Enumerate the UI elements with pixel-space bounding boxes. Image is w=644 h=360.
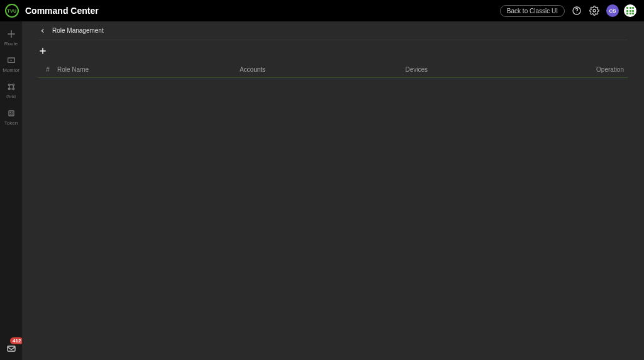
sidebar-item-grid[interactable]: Grid xyxy=(0,78,22,104)
table-header-row: # Role Name Accounts Devices Operation xyxy=(38,62,628,78)
svg-point-6 xyxy=(11,37,12,38)
back-button[interactable] xyxy=(38,26,47,35)
column-header-accounts: Accounts xyxy=(240,66,406,73)
brand-logo-text: TVU xyxy=(8,9,17,13)
svg-point-8 xyxy=(8,84,10,86)
svg-point-9 xyxy=(13,84,14,86)
sidebar-item-label: Monitor xyxy=(3,67,19,73)
inbox-button[interactable]: 412 xyxy=(0,344,22,360)
plus-icon xyxy=(38,47,47,55)
mail-icon xyxy=(6,344,16,354)
svg-point-2 xyxy=(593,9,596,12)
breadcrumb: Role Management xyxy=(38,21,628,40)
token-icon xyxy=(6,108,16,118)
gear-icon[interactable] xyxy=(589,5,600,16)
grid-icon xyxy=(6,82,16,92)
toolbar xyxy=(38,40,628,62)
sidebar-item-label: Token xyxy=(4,120,18,126)
roles-table: # Role Name Accounts Devices Operation xyxy=(38,62,628,78)
svg-rect-15 xyxy=(9,114,10,115)
sidebar-item-route[interactable]: Route xyxy=(0,25,22,52)
column-header-devices: Devices xyxy=(405,66,571,73)
svg-point-5 xyxy=(11,30,12,31)
sidebar-item-token[interactable]: Token xyxy=(0,104,22,131)
svg-point-3 xyxy=(8,33,9,35)
column-header-role-name: Role Name xyxy=(57,66,240,73)
svg-rect-14 xyxy=(11,112,13,113)
brand-logo: TVU xyxy=(5,4,19,18)
column-header-operation: Operation xyxy=(571,66,628,73)
svg-point-10 xyxy=(8,88,10,90)
svg-rect-13 xyxy=(9,112,11,113)
app-title: Command Center xyxy=(25,6,99,16)
route-icon xyxy=(6,29,16,39)
sidebar-item-monitor[interactable]: Monitor xyxy=(0,52,22,78)
monitor-icon xyxy=(6,55,16,65)
apps-menu-icon[interactable] xyxy=(624,4,636,17)
page-title: Role Management xyxy=(52,27,104,34)
svg-rect-17 xyxy=(8,346,15,351)
svg-point-4 xyxy=(13,33,14,35)
column-header-number: # xyxy=(38,66,57,73)
left-sidebar: Route Monitor Grid Token 412 xyxy=(0,21,22,360)
svg-point-1 xyxy=(576,13,577,13)
avatar-initials: CS xyxy=(609,8,616,14)
main-content: Role Management # Role Name Accounts Dev… xyxy=(22,21,644,360)
add-role-button[interactable] xyxy=(37,45,48,57)
chevron-left-icon xyxy=(40,28,46,34)
sidebar-item-label: Route xyxy=(4,41,18,47)
app-header: TVU Command Center Back to Classic UI CS xyxy=(0,0,644,21)
svg-rect-16 xyxy=(11,113,13,115)
sidebar-item-label: Grid xyxy=(6,94,16,99)
back-to-classic-button[interactable]: Back to Classic UI xyxy=(500,5,565,17)
help-icon[interactable] xyxy=(571,5,582,16)
svg-rect-12 xyxy=(9,111,14,116)
svg-point-11 xyxy=(13,88,14,90)
user-avatar[interactable]: CS xyxy=(606,4,619,17)
